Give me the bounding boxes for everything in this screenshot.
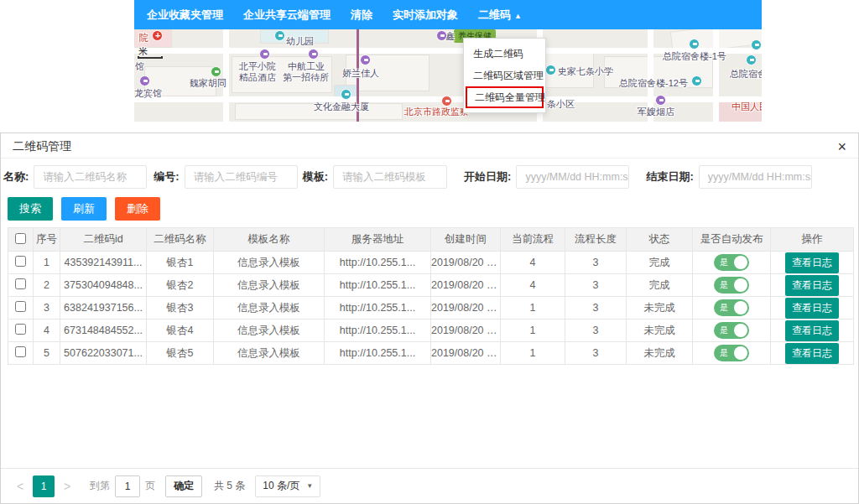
select-all-cell [8,228,34,252]
cell-template-name: 信息录入模板 [214,297,325,320]
confirm-button[interactable]: 确定 [165,475,202,497]
chevron-down-icon: ▼ [306,482,313,490]
action-buttons: 搜索刷新删除 [8,197,858,221]
goto-page-input[interactable] [115,475,140,497]
menu-item-qr-full-mgmt[interactable]: 二维码全量管理 [466,86,544,108]
nav-item-realtime-add-object[interactable]: 实时添加对象 [393,8,458,23]
table-header-row: 序号二维码id二维码名称模板名称服务器地址创建时间当前流程流程长度状态是否自动发… [8,228,854,252]
toggle-on-label: 是 [720,302,728,314]
map-poi-green-icon [211,66,221,77]
view-log-button[interactable]: 查看日志 [785,343,839,364]
cell-flow-length: 3 [565,320,627,342]
row-checkbox[interactable] [15,301,26,312]
pagination-prev-icon[interactable]: < [13,480,28,493]
toggle-knob-icon [734,301,747,314]
map-label: 总院宿舍 [730,69,762,79]
cell-qr-id: 435392143911... [60,252,147,274]
row-checkbox[interactable] [15,346,26,357]
column-header-qr-id: 二维码id [60,228,147,252]
map-poi-redcross-icon [152,30,163,41]
filter-label-code: 编号: [154,169,179,184]
menu-item-generate-qr[interactable]: 生成二维码 [464,43,545,65]
delete-button[interactable]: 删除 [115,197,160,221]
auto-publish-toggle[interactable]: 是 [714,345,749,361]
menu-item-qr-region-mgmt[interactable]: 二维码区域管理 [464,65,545,86]
close-icon[interactable]: × [837,138,846,156]
filter-input-start-date[interactable] [516,165,629,189]
cell-template-name: 信息录入模板 [214,342,325,365]
map-poi-red-icon [441,96,452,107]
top-nav: 企业收藏夹管理企业共享云端管理清除实时添加对象二维码▲ [134,0,762,29]
map-poi-purple-icon [360,55,371,65]
pagination-page-1[interactable]: 1 [33,475,55,497]
auto-publish-toggle[interactable]: 是 [714,322,749,339]
map-canvas[interactable]: 养生保健 院米馆龙宾馆魏家胡同北平小院精品酒店中航工业第一招待所幼儿园娇兰佳人文… [134,29,762,122]
filter-input-name[interactable] [34,165,147,189]
search-button[interactable]: 搜索 [8,197,53,221]
map-label: 中国人民 [731,101,762,112]
map-label: 龙宾馆 [134,88,162,98]
row-checkbox[interactable] [15,324,26,335]
filter-input-end-date[interactable] [699,165,812,189]
row-select-cell [8,252,34,274]
toggle-knob-icon [734,278,747,292]
cell-auto-publish: 是 [693,252,771,274]
qr-management-modal: 二维码管理 × 名称:编号:模板:开始日期:结束日期: 搜索刷新删除 序号二维码… [0,132,859,504]
map-label: 史家七条小学 [558,66,613,76]
map-poi-teal-icon [691,75,702,86]
filter-input-template[interactable] [333,165,447,189]
page-size-select[interactable]: 10 条/页 ▼ [255,475,320,497]
view-log-button[interactable]: 查看日志 [785,320,839,341]
filter-label-template: 模板: [303,169,328,184]
column-header-template-name: 模板名称 [214,228,325,252]
nav-item-clear[interactable]: 清除 [351,8,372,23]
nav-item-qr-code[interactable]: 二维码▲ [478,8,522,23]
cell-template-name: 信息录入模板 [214,320,325,342]
map-label: 精品酒店 [239,72,276,82]
cell-qr-name: 银杏2 [147,274,214,297]
cell-current-flow: 4 [501,252,565,274]
cell-qr-id: 375304094848... [60,274,147,297]
view-log-button[interactable]: 查看日志 [785,298,839,319]
table-row: 5507622033071...银杏5信息录入模板http://10.255.1… [8,342,854,365]
view-log-button[interactable]: 查看日志 [785,252,839,273]
toggle-on-label: 是 [720,257,728,268]
pagination-next-icon[interactable]: > [60,480,75,493]
total-count-label: 共 5 条 [214,479,245,493]
cell-server-address: http://10.255.1... [325,274,431,297]
filter-input-code[interactable] [185,165,298,189]
map-poi-purple-icon [259,49,270,60]
map-poi-teal-icon [751,39,762,50]
nav-item-enterprise-shared-cloud-mgmt[interactable]: 企业共享云端管理 [243,8,331,23]
row-checkbox[interactable] [15,256,26,267]
cell-auto-publish: 是 [693,342,771,365]
cell-template-name: 信息录入模板 [214,274,325,297]
cell-qr-name: 银杏4 [147,320,214,342]
map-poi-teal-icon [545,65,556,75]
row-checkbox[interactable] [15,278,26,289]
cell-auto-publish: 是 [693,297,771,320]
auto-publish-toggle[interactable]: 是 [714,277,749,294]
select-all-checkbox[interactable] [15,233,26,244]
cell-created-time: 2019/08/20 09:... [431,320,501,342]
auto-publish-toggle[interactable]: 是 [714,254,749,271]
map-poi-purple-icon [139,75,150,86]
nav-item-enterprise-favorites-mgmt[interactable]: 企业收藏夹管理 [147,8,223,23]
cell-status: 未完成 [627,320,693,342]
toggle-on-label: 是 [720,279,728,291]
view-log-button[interactable]: 查看日志 [785,275,839,296]
filter-row: 名称:编号:模板:开始日期:结束日期: [3,165,858,189]
cell-current-flow: 1 [501,297,565,320]
auto-publish-toggle[interactable]: 是 [714,299,749,316]
cell-server-address: http://10.255.1... [325,252,431,274]
map-poi-purple-icon [308,49,319,60]
refresh-button[interactable]: 刷新 [61,197,107,221]
cell-operation: 查看日志 [771,274,854,297]
cell-flow-length: 3 [565,297,627,320]
column-header-auto-publish: 是否自动发布 [693,228,771,252]
cell-seq: 2 [34,274,60,297]
row-select-cell [8,297,34,320]
column-header-qr-name: 二维码名称 [147,228,214,252]
map-label: 第一招待所 [283,72,329,82]
page: 企业收藏夹管理企业共享云端管理清除实时添加对象二维码▲ 养生保健 院米馆龙宾馆魏… [0,0,859,504]
